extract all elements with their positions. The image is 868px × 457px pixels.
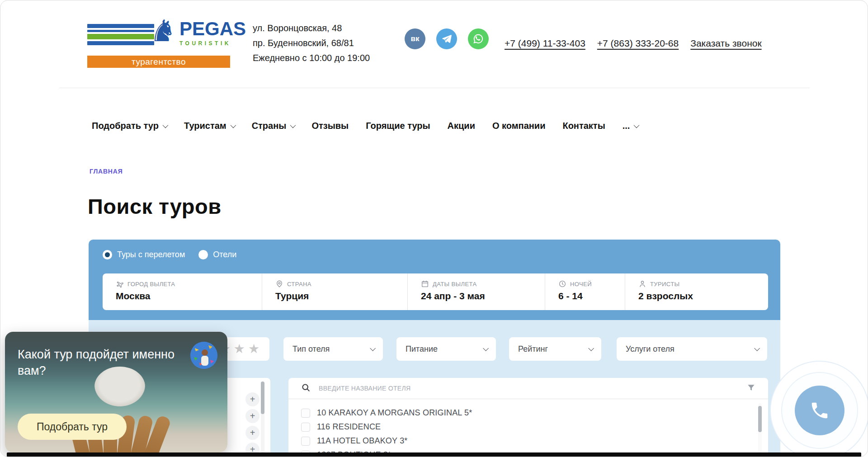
radio-selected-icon [103, 250, 112, 259]
whatsapp-icon[interactable] [468, 28, 489, 49]
radio-unselected-icon [198, 250, 208, 259]
call-button[interactable] [795, 386, 844, 435]
nav-item-podobrat-tur[interactable]: Подобрать тур [92, 121, 167, 131]
hotel-list-panel: 10 KARAKOY A MORGANS ORIGINAL 5* 116 RES… [288, 378, 768, 457]
hotel-search-row [288, 378, 768, 399]
hotel-type-dropdown[interactable]: Тип отеля [283, 337, 383, 361]
logo-banner: турагентство [87, 56, 230, 68]
address-line: ул. Воронцовская, 48 [253, 21, 370, 36]
page-title: Поиск туров [88, 194, 222, 219]
divider [288, 399, 768, 399]
radio-tours-with-flight[interactable]: Туры с перелетом [103, 250, 185, 259]
hotel-list-item[interactable]: 10 KARAKOY A MORGANS ORIGINAL 5* [301, 406, 745, 420]
pegasus-icon: ♞ [150, 16, 176, 46]
next-section-edge [7, 452, 861, 457]
nav-item-o-kompanii[interactable]: О компании [492, 121, 545, 131]
chevron-down-icon [370, 345, 376, 351]
nav-item-goryashchie-tury[interactable]: Горящие туры [366, 121, 430, 131]
popup-pick-tour-button[interactable]: Подобрать тур [18, 414, 127, 440]
address-line: Ежедневно с 10:00 до 19:00 [253, 51, 370, 66]
page: ♞ PEGAS TOURISTIK турагентство ул. Ворон… [0, 0, 868, 457]
phone-link-2[interactable]: +7 (863) 333-20-68 [597, 38, 679, 49]
chevron-down-icon [290, 122, 296, 128]
tourists-field[interactable]: ТУРИСТЫ 2 взрослых [625, 273, 768, 310]
office-address: ул. Воронцовская, 48 пр. Буденновский, 6… [253, 21, 370, 66]
hotel-list-item[interactable]: 11A HOTEL OBAKOY 3* [301, 434, 745, 448]
hotel-list-scrollbar[interactable] [758, 403, 762, 457]
country-field[interactable]: СТРАНА Турция [262, 273, 407, 310]
logo-stripes [87, 24, 154, 45]
pin-icon [275, 280, 283, 288]
main-nav: Подобрать тур Туристам Страны Отзывы Гор… [92, 121, 638, 131]
chevron-down-icon [754, 345, 760, 351]
chevron-down-icon [483, 345, 489, 351]
header-divider [59, 88, 810, 88]
plane-icon [116, 280, 124, 288]
logo-mark: ♞ PEGAS TOURISTIK [87, 19, 230, 53]
hotel-checkbox[interactable] [301, 409, 310, 418]
tour-quiz-popup[interactable]: Какой тур подойдет именно вам? Подобрать… [5, 332, 227, 452]
person-icon [638, 280, 646, 288]
telegram-icon[interactable] [436, 28, 457, 49]
popup-avatar [190, 342, 217, 369]
departure-city-field[interactable]: ГОРОД ВЫЛЕТА Москва [103, 273, 262, 310]
search-fields-row: ГОРОД ВЫЛЕТА Москва СТРАНА Турция ДАТЫ В… [103, 273, 768, 310]
meal-dropdown[interactable]: Питание [396, 337, 496, 361]
departure-dates-field[interactable]: ДАТЫ ВЫЛЕТА 24 апр - 3 мая [407, 273, 545, 310]
region-scrollbar[interactable] [261, 382, 264, 457]
address-line: пр. Буденновский, 68/81 [253, 36, 370, 51]
star-icon[interactable]: ★ [234, 343, 245, 355]
phone-icon [809, 400, 830, 421]
radio-hotels[interactable]: Отели [198, 250, 236, 259]
hotel-services-dropdown[interactable]: Услуги отеля [617, 337, 767, 361]
pegas-logo[interactable]: ♞ PEGAS TOURISTIK турагентство [87, 19, 230, 68]
nav-item-turistam[interactable]: Туристам [184, 121, 235, 131]
nav-item-more[interactable]: ... [623, 121, 638, 131]
chevron-down-icon [588, 345, 594, 351]
expand-region-button[interactable]: + [245, 409, 259, 423]
search-icon [301, 383, 311, 394]
calendar-icon [421, 280, 429, 288]
star-icon[interactable]: ★ [248, 343, 259, 355]
chevron-down-icon [163, 122, 169, 128]
social-links: вк [405, 28, 489, 49]
nav-item-strany[interactable]: Страны [252, 121, 295, 131]
hotel-checkbox[interactable] [301, 437, 310, 446]
vk-icon[interactable]: вк [405, 28, 425, 49]
hotel-list: 10 KARAKOY A MORGANS ORIGINAL 5* 116 RES… [301, 406, 745, 457]
filter-funnel-icon[interactable] [747, 383, 755, 394]
popup-heading: Какой тур подойдет именно вам? [18, 346, 176, 379]
breadcrumb[interactable]: ГЛАВНАЯ [90, 168, 123, 175]
hotel-name-input[interactable] [319, 385, 739, 392]
chevron-down-icon [634, 122, 640, 128]
chevron-down-icon [230, 122, 236, 128]
nights-field[interactable]: НОЧЕЙ 6 - 14 [545, 273, 625, 310]
callback-link[interactable]: Заказать звонок [690, 38, 761, 49]
nav-item-akcii[interactable]: Акции [448, 121, 475, 131]
clock-icon [558, 280, 566, 288]
nav-item-otzyvy[interactable]: Отзывы [311, 121, 349, 131]
expand-region-button[interactable]: + [245, 392, 259, 406]
rating-dropdown[interactable]: Рейтинг [509, 337, 601, 361]
logo-brand-text: PEGAS [179, 19, 246, 38]
header-phones: +7 (499) 11-33-403 +7 (863) 333-20-68 За… [505, 38, 762, 49]
search-type-switch: Туры с перелетом Отели [103, 250, 236, 259]
hotel-checkbox[interactable] [301, 423, 310, 432]
nav-item-kontakty[interactable]: Контакты [562, 121, 605, 131]
logo-sub-text: TOURISTIK [179, 40, 246, 47]
call-widget [770, 361, 868, 457]
phone-link-1[interactable]: +7 (499) 11-33-403 [505, 38, 585, 49]
expand-region-button[interactable]: + [245, 426, 259, 440]
hotel-list-item[interactable]: 116 RESIDENCE [301, 420, 745, 434]
